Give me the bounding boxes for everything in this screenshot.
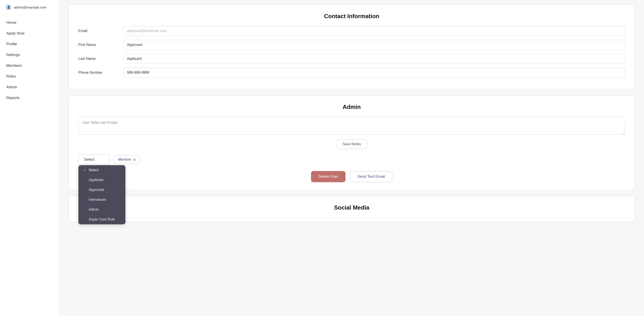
member-badge-label: Member <box>118 158 131 162</box>
first-name-label: First Name <box>78 43 123 47</box>
sidebar-item-profile[interactable]: Profile <box>0 39 59 50</box>
select-button-label: Select <box>84 157 94 162</box>
main-content: Contact Information Email First Name Las… <box>59 0 644 316</box>
last-name-row: Last Name <box>78 54 625 64</box>
phone-input[interactable] <box>123 68 625 78</box>
action-buttons-row: Delete User Send Test Email <box>78 171 625 182</box>
dropdown-item-applicant[interactable]: Applicant <box>78 175 126 185</box>
sidebar-nav: Home Apply Now Profile Settings Members … <box>0 15 59 106</box>
first-name-input[interactable] <box>123 40 625 50</box>
dropdown-item-super-cool-role[interactable]: Super Cool Role <box>78 214 126 224</box>
sidebar-item-reports[interactable]: Reports <box>0 93 59 103</box>
dropdown-item-interviewer-label: Interviewer <box>89 198 106 202</box>
social-media-card: Social Media <box>68 196 635 222</box>
sidebar-user: 👤 admin@example.com <box>0 0 59 15</box>
admin-title: Admin <box>78 104 625 111</box>
dropdown-item-interviewer[interactable]: Interviewer <box>78 195 126 205</box>
dropdown-item-select[interactable]: ✓ Select <box>78 165 126 175</box>
role-row: Select ✓ Select Applicant Approved <box>78 154 625 165</box>
last-name-label: Last Name <box>78 57 123 61</box>
user-icon: 👤 <box>5 4 12 10</box>
dropdown-item-applicant-label: Applicant <box>89 178 104 182</box>
phone-row: Phone Number <box>78 68 625 78</box>
member-badge-remove-icon[interactable]: ⊠ <box>133 158 136 161</box>
last-name-input[interactable] <box>123 54 625 64</box>
role-dropdown-menu: ✓ Select Applicant Approved Interviewer <box>78 165 126 224</box>
delete-user-button[interactable]: Delete User <box>311 171 346 182</box>
sidebar-user-email: admin@example.com <box>14 5 46 9</box>
sidebar-item-settings[interactable]: Settings <box>0 50 59 60</box>
first-name-row: First Name <box>78 40 625 50</box>
dropdown-item-approved[interactable]: Approved <box>78 185 126 195</box>
dropdown-item-select-label: Select <box>89 168 98 172</box>
dropdown-item-admin[interactable]: Admin <box>78 205 126 214</box>
send-test-email-button[interactable]: Send Test Email <box>350 171 392 182</box>
contact-info-title: Contact Information <box>78 13 625 20</box>
dropdown-item-approved-label: Approved <box>89 188 104 192</box>
sidebar-item-members[interactable]: Members <box>0 60 59 71</box>
sidebar-item-home[interactable]: Home <box>0 17 59 28</box>
member-badge[interactable]: Member ⊠ <box>113 155 140 164</box>
sidebar-item-apply-now[interactable]: Apply Now <box>0 28 59 39</box>
email-label: Email <box>78 29 123 33</box>
role-select-button[interactable]: Select <box>78 154 110 165</box>
email-row: Email <box>78 26 625 36</box>
dropdown-item-admin-label: Admin <box>89 207 99 212</box>
checkmark-icon: ✓ <box>83 168 87 172</box>
admin-notes-textarea[interactable]: User Notes are Empty <box>78 117 625 135</box>
sidebar-item-admin[interactable]: Admin <box>0 82 59 93</box>
phone-label: Phone Number <box>78 71 123 75</box>
select-container: Select ✓ Select Applicant Approved <box>78 154 110 165</box>
sidebar-item-roles[interactable]: Roles <box>0 71 59 82</box>
contact-info-card: Contact Information Email First Name Las… <box>68 5 635 90</box>
sidebar: 👤 admin@example.com Home Apply Now Profi… <box>0 0 59 316</box>
dropdown-item-super-cool-role-label: Super Cool Role <box>89 217 115 221</box>
save-notes-button[interactable]: Save Notes <box>336 139 368 149</box>
email-input[interactable] <box>123 26 625 36</box>
social-media-title: Social Media <box>78 204 625 211</box>
admin-card: Admin User Notes are Empty Save Notes Se… <box>68 95 635 190</box>
